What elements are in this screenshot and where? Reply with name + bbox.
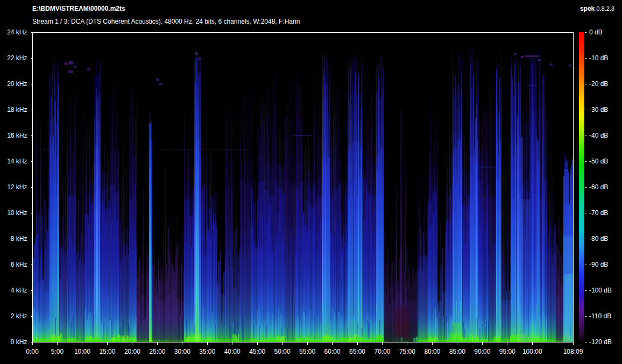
svg-text:0:00: 0:00 (26, 348, 39, 355)
svg-text:18 kHz: 18 kHz (7, 106, 27, 113)
svg-text:-20 dB: -20 dB (589, 80, 608, 88)
svg-text:4 kHz: 4 kHz (11, 287, 27, 294)
svg-text:75:00: 75:00 (399, 348, 415, 355)
svg-text:108:09: 108:09 (563, 348, 583, 355)
svg-text:-100 dB: -100 dB (589, 287, 612, 294)
svg-text:-120 dB: -120 dB (589, 338, 612, 346)
svg-text:90:00: 90:00 (474, 348, 490, 355)
svg-text:0 kHz: 0 kHz (11, 338, 27, 346)
svg-text:10 kHz: 10 kHz (7, 209, 27, 217)
svg-text:12 kHz: 12 kHz (7, 183, 27, 191)
svg-text:16 kHz: 16 kHz (7, 132, 27, 139)
svg-text:35:00: 35:00 (199, 348, 215, 355)
svg-text:10:00: 10:00 (74, 348, 90, 355)
svg-text:20 kHz: 20 kHz (7, 80, 27, 88)
svg-text:45:00: 45:00 (249, 348, 265, 355)
svg-text:65:00: 65:00 (349, 348, 365, 355)
svg-text:0 dB: 0 dB (589, 28, 603, 36)
svg-text:20:00: 20:00 (124, 348, 140, 355)
svg-text:-30 dB: -30 dB (589, 106, 608, 113)
svg-text:50:00: 50:00 (274, 348, 291, 355)
svg-text:55:00: 55:00 (299, 348, 315, 355)
svg-text:14 kHz: 14 kHz (7, 158, 27, 165)
svg-text:95:00: 95:00 (499, 348, 515, 355)
svg-text:100:00: 100:00 (522, 348, 542, 355)
svg-text:-40 dB: -40 dB (589, 132, 608, 139)
svg-text:-60 dB: -60 dB (589, 183, 608, 191)
svg-text:-110 dB: -110 dB (589, 312, 611, 320)
svg-text:60:00: 60:00 (324, 348, 341, 355)
svg-text:-90 dB: -90 dB (589, 261, 608, 268)
svg-text:-50 dB: -50 dB (589, 158, 608, 165)
svg-text:25:00: 25:00 (149, 348, 165, 355)
svg-text:30:00: 30:00 (174, 348, 190, 355)
svg-text:6 kHz: 6 kHz (11, 261, 27, 268)
svg-text:8 kHz: 8 kHz (11, 235, 27, 242)
svg-text:-80 dB: -80 dB (589, 235, 608, 242)
svg-text:-70 dB: -70 dB (589, 209, 608, 217)
svg-text:85:00: 85:00 (449, 348, 465, 355)
svg-text:15:00: 15:00 (99, 348, 115, 355)
svg-text:Stream 1 / 3: DCA (DTS Coheren: Stream 1 / 3: DCA (DTS Coherent Acoustic… (32, 18, 300, 25)
svg-text:2 kHz: 2 kHz (11, 312, 27, 320)
svg-text:40:00: 40:00 (224, 348, 241, 355)
svg-text:22 kHz: 22 kHz (7, 54, 27, 62)
svg-text:80:00: 80:00 (424, 348, 440, 355)
svg-text:24 kHz: 24 kHz (7, 28, 27, 36)
svg-text:70:00: 70:00 (374, 348, 390, 355)
svg-text:E:\BDMV\STREAM\00000.m2ts: E:\BDMV\STREAM\00000.m2ts (32, 5, 125, 12)
svg-text:spek 0.8.2.3: spek 0.8.2.3 (580, 5, 614, 12)
svg-text:-10 dB: -10 dB (589, 54, 608, 62)
svg-text:5:00: 5:00 (51, 348, 64, 355)
